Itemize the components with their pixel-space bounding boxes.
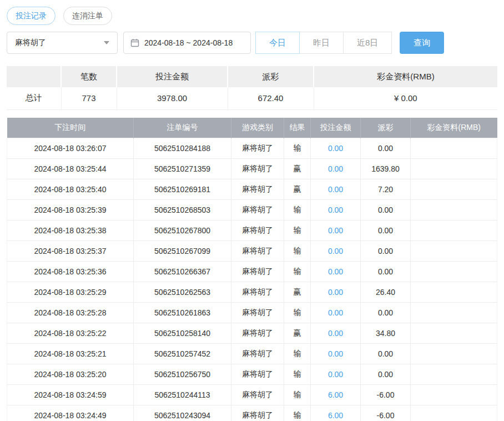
bonus-cell xyxy=(411,303,497,323)
bet-id-cell: 5062510266367 xyxy=(134,262,231,282)
payout-cell: 0.00 xyxy=(361,200,411,220)
payout-cell: 0.00 xyxy=(361,364,411,385)
bet-amount-link[interactable]: 0.00 xyxy=(328,144,343,153)
bet-amount-link[interactable]: 0.00 xyxy=(328,329,343,338)
bet-time-cell: 2024-08-18 03:24:59 xyxy=(7,385,134,405)
payout-cell: -6.00 xyxy=(361,405,411,421)
tab-bet-records-label: 投注记录 xyxy=(16,11,47,21)
bet-time-cell: 2024-08-18 03:24:49 xyxy=(7,405,134,421)
bet-amount-link[interactable]: 0.00 xyxy=(328,288,343,297)
calendar-icon xyxy=(130,38,139,47)
result-cell: 输 xyxy=(284,385,311,405)
bet-time-cell: 2024-08-18 03:25:29 xyxy=(7,282,134,303)
summary-header-payout: 派彩 xyxy=(228,66,314,87)
table-row: 2024-08-18 03:25:28 5062510261863 麻将胡了 输… xyxy=(7,303,497,323)
game-type-cell: 麻将胡了 xyxy=(231,364,284,385)
bet-time-cell: 2024-08-18 03:25:44 xyxy=(7,159,134,179)
result-cell: 赢 xyxy=(284,282,311,303)
game-type-cell: 麻将胡了 xyxy=(231,220,284,241)
last-8-days-button[interactable]: 近8日 xyxy=(343,32,392,54)
bet-time-cell: 2024-08-18 03:25:37 xyxy=(7,241,134,262)
table-row: 2024-08-18 03:25:40 5062510269181 麻将胡了 赢… xyxy=(7,179,497,200)
result-cell: 输 xyxy=(284,220,311,241)
yesterday-button[interactable]: 昨日 xyxy=(299,32,344,54)
bonus-cell xyxy=(411,159,497,179)
summary-table: 笔数 投注金额 派彩 彩金资料(RMB) 总计 773 3978.00 672.… xyxy=(7,66,497,110)
bet-amount-cell: 0.00 xyxy=(311,159,361,179)
bonus-cell xyxy=(411,200,497,220)
date-range-input[interactable]: 2024-08-18 ~ 2024-08-18 xyxy=(123,32,251,54)
bonus-cell xyxy=(411,241,497,262)
bet-amount-link[interactable]: 0.00 xyxy=(328,308,343,317)
bet-id-cell: 5062510267099 xyxy=(134,241,231,262)
summary-total-count: 773 xyxy=(61,87,117,109)
bet-id-cell: 5062510258140 xyxy=(134,323,231,344)
today-button[interactable]: 今日 xyxy=(255,32,300,54)
bet-id-cell: 5062510244113 xyxy=(134,385,231,405)
date-range-value: 2024-08-18 ~ 2024-08-18 xyxy=(144,38,233,47)
game-type-cell: 麻将胡了 xyxy=(231,200,284,220)
summary-header-count: 笔数 xyxy=(61,66,117,87)
bonus-cell xyxy=(411,262,497,282)
bet-amount-cell: 0.00 xyxy=(311,303,361,323)
game-select[interactable]: 麻将胡了 xyxy=(7,32,118,54)
chevron-down-icon xyxy=(104,41,109,44)
result-cell: 赢 xyxy=(284,323,311,344)
header-bet-amount: 投注金额 xyxy=(311,118,361,138)
game-type-cell: 麻将胡了 xyxy=(231,303,284,323)
game-select-value: 麻将胡了 xyxy=(15,38,46,48)
table-row: 2024-08-18 03:25:36 5062510266367 麻将胡了 输… xyxy=(7,262,497,282)
bet-amount-link[interactable]: 6.00 xyxy=(328,411,343,420)
game-type-cell: 麻将胡了 xyxy=(231,159,284,179)
game-type-cell: 麻将胡了 xyxy=(231,262,284,282)
bonus-cell xyxy=(411,405,497,421)
result-cell: 输 xyxy=(284,138,311,159)
bonus-cell xyxy=(411,282,497,303)
bet-amount-link[interactable]: 0.00 xyxy=(328,247,343,255)
table-row: 2024-08-18 03:25:29 5062510262563 麻将胡了 赢… xyxy=(7,282,497,303)
header-result: 结果 xyxy=(284,118,311,138)
table-row: 2024-08-18 03:25:44 5062510271359 麻将胡了 赢… xyxy=(7,159,497,179)
payout-cell: 0.00 xyxy=(361,262,411,282)
summary-total-row: 总计 773 3978.00 672.40 ¥ 0.00 xyxy=(7,87,497,109)
bet-id-cell: 5062510243094 xyxy=(134,405,231,421)
bonus-cell xyxy=(411,220,497,241)
result-cell: 输 xyxy=(284,405,311,421)
bet-time-cell: 2024-08-18 03:25:22 xyxy=(7,323,134,344)
bet-time-cell: 2024-08-18 03:25:20 xyxy=(7,364,134,385)
bet-id-cell: 5062510262563 xyxy=(134,282,231,303)
bet-amount-link[interactable]: 0.00 xyxy=(328,164,343,173)
bet-time-cell: 2024-08-18 03:25:40 xyxy=(7,179,134,200)
bet-amount-link[interactable]: 0.00 xyxy=(328,267,343,276)
payout-cell: 7.20 xyxy=(361,179,411,200)
result-cell: 输 xyxy=(284,262,311,282)
bet-amount-link[interactable]: 0.00 xyxy=(328,349,343,358)
game-type-cell: 麻将胡了 xyxy=(231,344,284,364)
bet-amount-cell: 0.00 xyxy=(311,282,361,303)
bet-amount-cell: 0.00 xyxy=(311,241,361,262)
bet-amount-cell: 0.00 xyxy=(311,220,361,241)
bonus-cell xyxy=(411,344,497,364)
bonus-cell xyxy=(411,323,497,344)
tab-cancelled-bets[interactable]: 连消注单 xyxy=(63,7,112,25)
bet-amount-cell: 0.00 xyxy=(311,323,361,344)
bet-amount-link[interactable]: 0.00 xyxy=(328,206,343,214)
summary-header-empty xyxy=(7,66,61,87)
payout-cell: 26.40 xyxy=(361,282,411,303)
bet-amount-link[interactable]: 0.00 xyxy=(328,185,343,194)
payout-cell: 1639.80 xyxy=(361,159,411,179)
bet-amount-cell: 6.00 xyxy=(311,385,361,405)
payout-cell: 0.00 xyxy=(361,344,411,364)
bet-amount-link[interactable]: 6.00 xyxy=(328,390,343,399)
bet-time-cell: 2024-08-18 03:25:21 xyxy=(7,344,134,364)
search-button[interactable]: 查询 xyxy=(400,32,444,54)
table-row: 2024-08-18 03:25:39 5062510268503 麻将胡了 输… xyxy=(7,200,497,220)
tab-bet-records[interactable]: 投注记录 xyxy=(7,7,56,25)
bet-amount-link[interactable]: 0.00 xyxy=(328,370,343,379)
record-tabs: 投注记录 连消注单 xyxy=(7,7,497,25)
payout-cell: 0.00 xyxy=(361,241,411,262)
bet-amount-link[interactable]: 0.00 xyxy=(328,226,343,235)
table-row: 2024-08-18 03:25:38 5062510267800 麻将胡了 输… xyxy=(7,220,497,241)
payout-cell: 0.00 xyxy=(361,220,411,241)
table-row: 2024-08-18 03:24:59 5062510244113 麻将胡了 输… xyxy=(7,385,497,405)
